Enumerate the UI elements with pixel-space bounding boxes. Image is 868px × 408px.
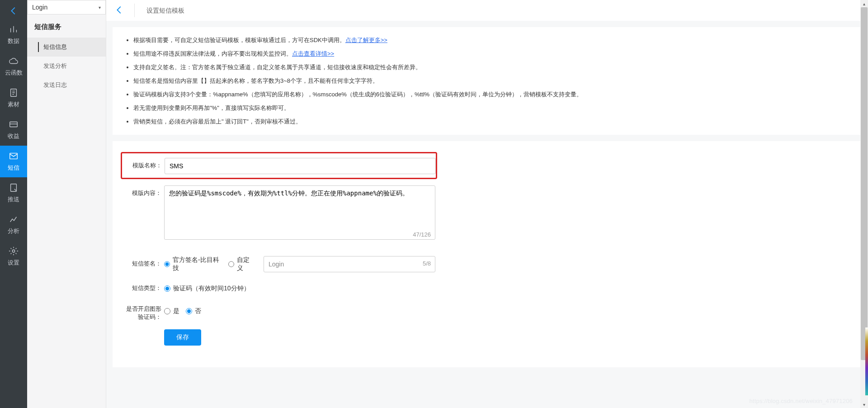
push-icon (9, 183, 19, 193)
signature-custom-radio[interactable]: 自定义 (228, 256, 255, 272)
note-item: 短信用途不得违反国家法律法规，内容不要出现相关监控词。点击查看详情>> (133, 47, 849, 61)
sms-type-label: 短信类型： (125, 280, 164, 292)
nav-data[interactable]: 数据 (0, 19, 27, 51)
watermark-text: https://blog.csdn.net/weixin_47971206 (749, 398, 853, 404)
arrow-left-icon (114, 5, 124, 15)
learn-more-link[interactable]: 点击了解更多>> (345, 37, 387, 43)
note-item: 若无需使用到变量则不用再加"%"，直接填写实际名称即可。 (133, 101, 849, 115)
nav-material[interactable]: 素材 (0, 82, 27, 114)
sidebar-item-sms-info[interactable]: 短信信息 (27, 38, 106, 57)
radio-label: 是 (173, 307, 179, 315)
sidebar-item-label: 短信信息 (43, 43, 67, 50)
mail-icon (9, 151, 19, 161)
document-icon (9, 88, 19, 98)
nav-label: 数据 (8, 37, 19, 45)
radio-input[interactable] (228, 261, 234, 267)
main-content: 设置短信模板 根据项目需要，可自定义短信验证码模板，模板审核通过后，方可在SDK… (106, 0, 868, 408)
rail-back-button[interactable] (5, 3, 22, 19)
nav-label: 分析 (8, 227, 19, 235)
nav-label: 设置 (8, 259, 19, 267)
captcha-no-radio[interactable]: 否 (186, 307, 201, 315)
radio-input[interactable] (164, 285, 170, 292)
sidebar-item-label: 发送日志 (43, 81, 67, 88)
gear-icon (9, 246, 19, 256)
radio-input[interactable] (164, 261, 170, 267)
sidebar-item-label: 发送分析 (43, 62, 67, 69)
chart-line-icon (9, 214, 19, 224)
caret-down-icon: ▾ (99, 5, 101, 10)
note-item: 短信签名是指短信内容里【】括起来的名称，签名字数为3~8个字，且不能有任何非文字… (133, 74, 849, 88)
radio-input[interactable] (164, 308, 170, 314)
radio-label: 官方签名-比目科技 (173, 256, 222, 272)
details-link[interactable]: 点击查看详情>> (292, 50, 334, 57)
signature-char-counter: 5/8 (423, 260, 431, 267)
note-item: 验证码模板内容支持3个变量：%appname%（您填写的应用名称），%smsco… (133, 88, 849, 101)
sms-type-verify-radio[interactable]: 验证码（有效时间10分钟） (164, 285, 250, 293)
notes-list: 根据项目需要，可自定义短信验证码模板，模板审核通过后，方可在SDK中调用。点击了… (125, 33, 849, 128)
captcha-label: 是否开启图形验证码： (125, 305, 164, 321)
page-title: 设置短信模板 (134, 4, 184, 17)
captcha-yes-radio[interactable]: 是 (164, 307, 179, 315)
template-form: 模版名称： 模版内容： 47/126 短信签名： 官方签名-比目科技 自定义 (113, 141, 862, 367)
scroll-down-arrow-icon[interactable]: ▾ (860, 401, 868, 408)
nav-settings[interactable]: 设置 (0, 241, 27, 272)
radio-label: 自定义 (237, 256, 255, 272)
svg-point-4 (12, 250, 15, 252)
template-name-input[interactable] (165, 158, 436, 174)
card-icon (9, 119, 19, 129)
nav-label: 云函数 (5, 69, 23, 77)
back-button[interactable] (114, 5, 124, 16)
page-topbar: 设置短信模板 (106, 0, 868, 21)
spacer (125, 329, 164, 333)
bars-icon (9, 24, 19, 34)
nav-label: 素材 (8, 100, 19, 109)
highlighted-field-box: 模版名称： (121, 152, 437, 179)
cloud-icon (9, 56, 19, 66)
note-item: 根据项目需要，可自定义短信验证码模板，模板审核通过后，方可在SDK中调用。点击了… (133, 33, 849, 47)
svg-rect-1 (10, 122, 18, 127)
signature-label: 短信签名： (125, 256, 164, 268)
radio-label: 否 (195, 307, 201, 315)
save-button[interactable]: 保存 (164, 329, 201, 346)
notes-panel: 根据项目需要，可自定义短信验证码模板，模板审核通过后，方可在SDK中调用。点击了… (113, 27, 862, 135)
decorative-strip (865, 327, 868, 395)
nav-cloud-func[interactable]: 云函数 (0, 51, 27, 82)
sidebar-section-title: 短信服务 (27, 14, 106, 38)
nav-label: 短信 (8, 164, 19, 172)
nav-label: 推送 (8, 195, 19, 204)
template-content-label: 模版内容： (125, 185, 164, 197)
nav-revenue[interactable]: 收益 (0, 114, 27, 146)
nav-label: 收益 (8, 132, 19, 140)
note-item: 支持自定义签名。注：官方签名属于独立通道，自定义签名属于共享通道，短信接收速度和… (133, 61, 849, 74)
signature-input[interactable] (264, 256, 435, 272)
nav-analytics[interactable]: 分析 (0, 209, 27, 241)
arrow-left-icon (9, 6, 19, 16)
radio-label: 验证码（有效时间10分钟） (173, 285, 250, 293)
content-char-counter: 47/126 (413, 231, 431, 238)
scroll-thumb[interactable] (861, 7, 868, 360)
note-text: 根据项目需要，可自定义短信验证码模板，模板审核通过后，方可在SDK中调用。 (133, 37, 345, 43)
sidebar-item-send-analysis[interactable]: 发送分析 (27, 57, 106, 76)
secondary-sidebar: Login ▾ 短信服务 短信信息 发送分析 发送日志 (27, 0, 106, 408)
signature-official-radio[interactable]: 官方签名-比目科技 (164, 256, 222, 272)
note-text: 短信用途不得违反国家法律法规，内容不要出现相关监控词。 (133, 50, 292, 57)
primary-nav-rail: 数据 云函数 素材 收益 短信 推送 分析 设置 (0, 0, 27, 408)
nav-push[interactable]: 推送 (0, 177, 27, 209)
svg-rect-2 (10, 153, 18, 159)
note-item: 营销类短信，必须在内容最后加上" 退订回T"，否则审核不通过。 (133, 115, 849, 128)
scroll-up-arrow-icon[interactable]: ▴ (860, 0, 868, 7)
template-content-textarea[interactable] (164, 185, 435, 240)
template-name-label: 模版名称： (126, 158, 165, 170)
nav-sms[interactable]: 短信 (0, 146, 27, 177)
radio-input[interactable] (186, 308, 192, 314)
app-selector-dropdown[interactable]: Login ▾ (27, 0, 106, 14)
app-selector-value: Login (32, 4, 47, 11)
sidebar-item-send-log[interactable]: 发送日志 (27, 76, 106, 95)
